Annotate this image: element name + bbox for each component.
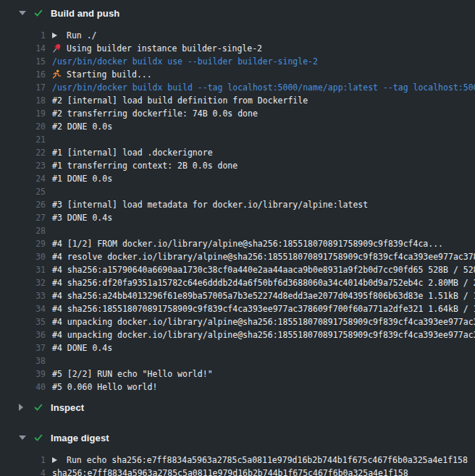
log-text bbox=[46, 354, 475, 367]
line-number[interactable]: 1 bbox=[0, 29, 46, 42]
check-icon bbox=[33, 402, 43, 412]
log-line: 14Using builder instance builder-single-… bbox=[0, 42, 475, 55]
line-number[interactable]: 30 bbox=[0, 250, 46, 263]
log-text: #4 resolve docker.io/library/alpine@sha2… bbox=[46, 250, 475, 263]
line-number[interactable]: 37 bbox=[0, 341, 46, 354]
log-line: 40#5 0.060 Hello world! bbox=[0, 381, 475, 394]
line-number[interactable]: 40 bbox=[0, 381, 46, 394]
line-number[interactable]: 31 bbox=[0, 263, 46, 276]
log-text: #3 DONE 0.4s bbox=[46, 211, 475, 224]
log-line: 27#3 DONE 0.4s bbox=[0, 211, 475, 224]
log-text: #2 DONE 0.0s bbox=[46, 120, 475, 133]
line-number[interactable]: 32 bbox=[0, 276, 46, 289]
check-icon bbox=[33, 8, 43, 18]
log-line: 15/usr/bin/docker buildx use --builder b… bbox=[0, 55, 475, 68]
log-line: 24#1 DONE 0.0s bbox=[0, 172, 475, 185]
log-text: #1 transferring context: 2B 0.0s done bbox=[46, 159, 475, 172]
line-number[interactable]: 14 bbox=[0, 42, 46, 55]
chevron-shape bbox=[19, 404, 23, 411]
play-icon-shape bbox=[52, 457, 57, 463]
line-number[interactable]: 35 bbox=[0, 315, 46, 328]
log-line: 39#5 [2/2] RUN echo "Hello world!" bbox=[0, 367, 475, 381]
log-text: #4 [1/2] FROM docker.io/library/alpine@s… bbox=[46, 237, 475, 250]
log-line: 32#4 sha256:df20fa9351a15782c64e6dddb2d4… bbox=[0, 276, 475, 289]
check-icon bbox=[33, 433, 43, 443]
log-line: 16Starting build... bbox=[0, 68, 475, 81]
log-line: 36#4 unpacking docker.io/library/alpine@… bbox=[0, 328, 475, 341]
chevron-down-icon[interactable] bbox=[19, 435, 28, 440]
line-number[interactable]: 26 bbox=[0, 198, 46, 211]
log-text: Starting build... bbox=[46, 68, 475, 81]
log-line: 31#4 sha256:a15790640a6690aa1730c38cf0a4… bbox=[0, 263, 475, 276]
line-number[interactable]: 38 bbox=[0, 354, 46, 367]
line-number[interactable]: 23 bbox=[0, 159, 46, 172]
line-number[interactable]: 1 bbox=[0, 454, 46, 467]
log-text: #4 unpacking docker.io/library/alpine@sh… bbox=[46, 315, 475, 328]
step-header-inspect[interactable]: Inspect bbox=[0, 398, 475, 417]
line-number[interactable]: 16 bbox=[0, 68, 46, 81]
log-text: #2 [internal] load build definition from… bbox=[46, 94, 475, 107]
line-number[interactable]: 33 bbox=[0, 289, 46, 302]
log-line: 33#4 sha256:a24bb4013296f61e89ba57005a7b… bbox=[0, 289, 475, 302]
line-number[interactable]: 19 bbox=[0, 107, 46, 120]
step-header-image-digest[interactable]: Image digest bbox=[0, 428, 475, 447]
log-line: 1Run ./ bbox=[0, 29, 475, 42]
log-line: 19#2 transferring dockerfile: 74B 0.0s d… bbox=[0, 107, 475, 120]
pushpin-icon bbox=[52, 42, 63, 55]
log-line: 30#4 resolve docker.io/library/alpine@sh… bbox=[0, 250, 475, 263]
log-text: #1 [internal] load .dockerignore bbox=[46, 146, 475, 159]
log-line: 21 bbox=[0, 133, 475, 146]
line-number[interactable]: 22 bbox=[0, 146, 46, 159]
log-text bbox=[46, 133, 475, 146]
workflow-log-viewer: Build and push1Run ./14Using builder ins… bbox=[0, 0, 475, 476]
line-number[interactable]: 15 bbox=[0, 55, 46, 68]
step-title: Image digest bbox=[51, 433, 109, 443]
line-number[interactable]: 36 bbox=[0, 328, 46, 341]
log-line: 23#1 transferring context: 2B 0.0s done bbox=[0, 159, 475, 172]
log-line: 26#3 [internal] load metadata for docker… bbox=[0, 198, 475, 211]
play-icon-shape bbox=[52, 33, 57, 38]
log-line: 4sha256:e7ff8834a5963a2785c5a0811e979d16… bbox=[0, 467, 475, 476]
log-text: #4 sha256:185518070891758909c9f839cf4ca3… bbox=[46, 302, 475, 315]
step-title: Build and push bbox=[51, 8, 119, 19]
chevron-right-icon[interactable] bbox=[19, 404, 28, 411]
log-text: Using builder instance builder-single-2 bbox=[46, 42, 475, 55]
log-line: 37#4 DONE 0.4s bbox=[0, 341, 475, 354]
play-icon bbox=[52, 454, 63, 467]
step-header-build-and-push[interactable]: Build and push bbox=[0, 4, 475, 22]
line-number[interactable]: 25 bbox=[0, 185, 46, 198]
line-number[interactable]: 29 bbox=[0, 237, 46, 250]
step-title: Inspect bbox=[51, 402, 84, 413]
log-text-command: /usr/bin/docker buildx build --tag local… bbox=[46, 81, 475, 94]
line-number[interactable]: 27 bbox=[0, 211, 46, 224]
log-text: Run echo sha256:e7ff8834a5963a2785c5a081… bbox=[46, 454, 475, 467]
line-number[interactable]: 4 bbox=[0, 467, 46, 476]
line-number[interactable]: 28 bbox=[0, 224, 46, 237]
log-text: #4 sha256:a15790640a6690aa1730c38cf0a440… bbox=[46, 263, 475, 276]
log-text: #5 0.060 Hello world! bbox=[46, 381, 475, 394]
play-icon bbox=[52, 29, 63, 42]
log-line: 17/usr/bin/docker buildx build --tag loc… bbox=[0, 81, 475, 94]
step-logs-image-digest: 1Run echo sha256:e7ff8834a5963a2785c5a08… bbox=[0, 447, 475, 476]
line-number[interactable]: 18 bbox=[0, 94, 46, 107]
log-text bbox=[46, 185, 475, 198]
line-number[interactable]: 17 bbox=[0, 81, 46, 94]
line-number[interactable]: 24 bbox=[0, 172, 46, 185]
log-text: sha256:e7ff8834a5963a2785c5a0811e979d16b… bbox=[46, 467, 475, 476]
log-text: #3 [internal] load metadata for docker.i… bbox=[46, 198, 475, 211]
line-number[interactable]: 20 bbox=[0, 120, 46, 133]
log-text: #1 DONE 0.0s bbox=[46, 172, 475, 185]
line-number[interactable]: 21 bbox=[0, 133, 46, 146]
line-number[interactable]: 34 bbox=[0, 302, 46, 315]
chevron-down-icon[interactable] bbox=[19, 11, 28, 15]
log-line: 34#4 sha256:185518070891758909c9f839cf4c… bbox=[0, 302, 475, 315]
log-line: 29#4 [1/2] FROM docker.io/library/alpine… bbox=[0, 237, 475, 250]
log-line: 1Run echo sha256:e7ff8834a5963a2785c5a08… bbox=[0, 454, 475, 467]
chevron-shape bbox=[19, 435, 26, 440]
log-line: 28 bbox=[0, 224, 475, 237]
log-text bbox=[46, 224, 475, 237]
runner-icon bbox=[52, 68, 63, 81]
line-number[interactable]: 39 bbox=[0, 367, 46, 381]
log-line: 20#2 DONE 0.0s bbox=[0, 120, 475, 133]
log-line: 18#2 [internal] load build definition fr… bbox=[0, 94, 475, 107]
